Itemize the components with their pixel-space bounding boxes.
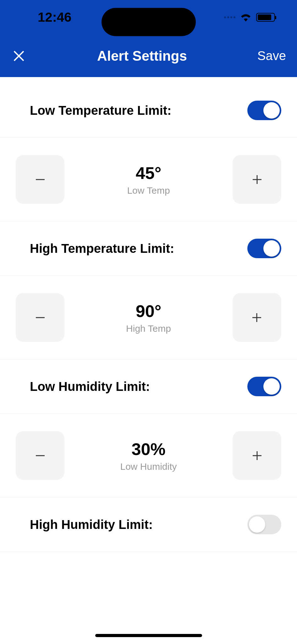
low-temp-increase-button[interactable] [233, 155, 281, 204]
status-right [224, 13, 275, 22]
low-humidity-limit-row: Low Humidity Limit: [0, 359, 297, 414]
high-temp-caption: High Temp [126, 323, 171, 334]
low-temp-decrease-button[interactable] [16, 155, 64, 204]
plus-icon [251, 174, 263, 185]
low-humidity-decrease-button[interactable] [16, 431, 64, 480]
close-button[interactable] [11, 50, 27, 62]
high-humidity-limit-row: High Humidity Limit: [0, 497, 297, 552]
save-button[interactable]: Save [257, 49, 286, 63]
plus-icon [251, 312, 262, 323]
close-icon [13, 50, 25, 62]
low-temp-stepper: 45° Low Temp [0, 138, 297, 221]
home-indicator[interactable] [95, 634, 202, 637]
low-temp-limit-toggle[interactable] [247, 101, 281, 120]
high-humidity-limit-toggle[interactable] [247, 515, 281, 534]
high-temp-value-display: 90° High Temp [126, 301, 171, 334]
high-temp-value: 90° [126, 301, 171, 321]
high-temp-stepper: 90° High Temp [0, 276, 297, 359]
low-temp-value: 45° [127, 163, 170, 183]
status-bar: 12:46 [0, 0, 297, 35]
high-temp-decrease-button[interactable] [16, 293, 64, 342]
plus-icon [251, 450, 263, 461]
low-humidity-limit-toggle[interactable] [247, 377, 281, 396]
minus-icon [35, 450, 46, 461]
low-temp-caption: Low Temp [127, 185, 170, 196]
low-temp-limit-label: Low Temperature Limit: [30, 103, 171, 118]
page-title: Alert Settings [97, 48, 187, 64]
wifi-icon [240, 13, 251, 22]
high-temp-limit-label: High Temperature Limit: [30, 242, 174, 256]
low-humidity-increase-button[interactable] [233, 431, 281, 480]
high-temp-limit-toggle[interactable] [247, 239, 281, 258]
battery-icon [256, 13, 275, 22]
low-temp-limit-row: Low Temperature Limit: [0, 77, 297, 138]
low-humidity-caption: Low Humidity [120, 461, 177, 472]
nav-bar: Alert Settings Save [0, 35, 297, 77]
status-time: 12:46 [38, 10, 71, 25]
low-humidity-value-display: 30% Low Humidity [120, 439, 177, 472]
dynamic-island [102, 8, 196, 36]
low-humidity-value: 30% [120, 439, 177, 459]
high-temp-increase-button[interactable] [233, 293, 281, 342]
high-humidity-limit-label: High Humidity Limit: [30, 518, 153, 532]
minus-icon [35, 312, 46, 323]
minus-icon [35, 174, 46, 185]
high-temp-limit-row: High Temperature Limit: [0, 221, 297, 276]
content: Low Temperature Limit: 45° Low Temp High… [0, 77, 297, 552]
low-humidity-limit-label: Low Humidity Limit: [30, 380, 150, 394]
signal-dots-icon [224, 16, 235, 18]
low-temp-value-display: 45° Low Temp [127, 163, 170, 196]
low-humidity-stepper: 30% Low Humidity [0, 414, 297, 497]
